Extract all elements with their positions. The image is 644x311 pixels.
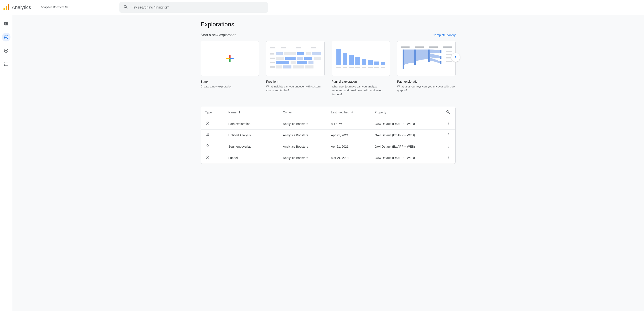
template-title: Funnel exploration	[332, 80, 390, 83]
template-gallery-link[interactable]: Template gallery	[433, 33, 456, 37]
more-button[interactable]	[447, 144, 451, 148]
template-desc: What insights can you uncover with custo…	[266, 85, 324, 92]
product-name: Analytics	[12, 4, 31, 10]
nav-explore[interactable]	[2, 33, 10, 41]
cell-property: GA4 Default (Ex APP + WEB)	[371, 141, 442, 152]
logo-block[interactable]: Analytics	[4, 4, 31, 11]
explorations-table: Type Name Owner Last modified Property P…	[200, 107, 456, 164]
cell-owner: Analytics Boosters	[280, 141, 328, 152]
person-icon	[205, 134, 210, 138]
more-button[interactable]	[447, 155, 451, 160]
cell-name: Untitled Analysis	[225, 130, 280, 141]
svg-rect-1	[6, 6, 7, 10]
search-bar[interactable]	[120, 2, 268, 13]
svg-point-16	[448, 136, 449, 136]
cell-name: Path exploration	[225, 118, 280, 130]
svg-point-24	[448, 158, 449, 159]
template-path[interactable]: Path exploration What user journeys can …	[397, 41, 456, 97]
svg-rect-7	[4, 64, 5, 64]
table-row[interactable]: Path explorationAnalytics Boosters8:17 P…	[201, 118, 456, 130]
svg-point-11	[448, 123, 449, 124]
svg-point-23	[448, 157, 449, 158]
table-row[interactable]: FunnelAnalytics BoostersMar 24, 2021GA4 …	[201, 152, 456, 164]
cell-owner: Analytics Boosters	[280, 152, 328, 164]
cell-property: GA4 Default (Ex APP + WEB)	[371, 152, 442, 164]
app-header: Analytics Analytics Boosters Net…	[0, 0, 644, 15]
th-property[interactable]: Property	[371, 107, 442, 118]
th-name[interactable]: Name	[225, 107, 280, 118]
scroll-next-button[interactable]	[451, 53, 460, 62]
template-title: Free form	[266, 80, 324, 83]
svg-point-19	[448, 146, 449, 146]
table-row[interactable]: Untitled AnalysisAnalytics BoostersApr 2…	[201, 130, 456, 141]
cell-name: Funnel	[225, 152, 280, 164]
arrow-down-icon	[350, 111, 354, 114]
svg-point-18	[448, 145, 449, 145]
more-button[interactable]	[447, 121, 451, 126]
cell-modified: Apr 21, 2021	[328, 141, 371, 152]
nav-reports[interactable]	[2, 19, 10, 28]
svg-rect-0	[4, 8, 5, 10]
nav-configure[interactable]	[2, 60, 10, 68]
page-title: Explorations	[200, 21, 456, 28]
search-input[interactable]	[132, 5, 264, 9]
template-freeform[interactable]: Free form What insights can you uncover …	[266, 41, 324, 97]
side-nav	[0, 15, 12, 311]
chevron-right-icon	[454, 55, 458, 60]
account-name: Analytics Boosters Net…	[41, 5, 98, 9]
svg-point-22	[448, 156, 449, 157]
cell-owner: Analytics Boosters	[280, 118, 328, 130]
th-owner[interactable]: Owner	[280, 107, 328, 118]
svg-point-12	[448, 124, 449, 125]
template-row: Blank Create a new exploration Free form…	[200, 41, 456, 97]
template-blank[interactable]: Blank Create a new exploration	[200, 41, 259, 97]
svg-rect-6	[4, 63, 5, 63]
table-search-button[interactable]	[446, 110, 450, 114]
svg-point-10	[448, 122, 449, 123]
cell-name: Segment overlap	[225, 141, 280, 152]
th-type[interactable]: Type	[201, 107, 225, 118]
more-button[interactable]	[447, 133, 451, 137]
svg-point-17	[207, 145, 208, 146]
analytics-logo-icon	[4, 4, 9, 11]
template-title: Blank	[200, 80, 259, 83]
svg-rect-8	[4, 65, 5, 66]
divider	[37, 4, 37, 11]
nav-advertising[interactable]	[2, 46, 10, 55]
cell-modified: Mar 24, 2021	[328, 152, 371, 164]
template-desc: Create a new exploration	[200, 85, 259, 88]
arrow-down-icon	[238, 111, 241, 114]
person-icon	[205, 123, 210, 126]
svg-point-9	[207, 122, 208, 123]
account-switcher[interactable]: Analytics Boosters Net…	[41, 5, 98, 9]
template-title: Path exploration	[397, 80, 456, 83]
cell-modified: 8:17 PM	[328, 118, 371, 130]
svg-point-13	[207, 133, 208, 135]
table-row[interactable]: Segment overlapAnalytics BoostersApr 21,…	[201, 141, 456, 152]
svg-point-20	[448, 147, 449, 148]
cell-owner: Analytics Boosters	[280, 130, 328, 141]
plus-icon	[226, 55, 234, 62]
svg-point-5	[6, 50, 7, 51]
template-desc: What user journeys can you analyze, segm…	[332, 85, 390, 97]
svg-point-15	[448, 134, 449, 135]
svg-point-21	[207, 156, 208, 157]
cell-modified: Apr 21, 2021	[328, 130, 371, 141]
person-icon	[205, 157, 210, 161]
cell-property: GA4 Default (Ex APP + WEB)	[371, 130, 442, 141]
template-desc: What user journeys can you uncover with …	[397, 85, 456, 92]
svg-point-14	[448, 133, 449, 134]
template-funnel[interactable]: Funnel exploration What user journeys ca…	[332, 41, 390, 97]
section-subtitle: Start a new exploration	[200, 33, 236, 37]
svg-rect-2	[8, 4, 9, 10]
search-icon	[123, 4, 128, 10]
th-modified[interactable]: Last modified	[328, 107, 371, 118]
person-icon	[205, 146, 210, 149]
cell-property: GA4 Default (Ex APP + WEB)	[371, 118, 442, 130]
